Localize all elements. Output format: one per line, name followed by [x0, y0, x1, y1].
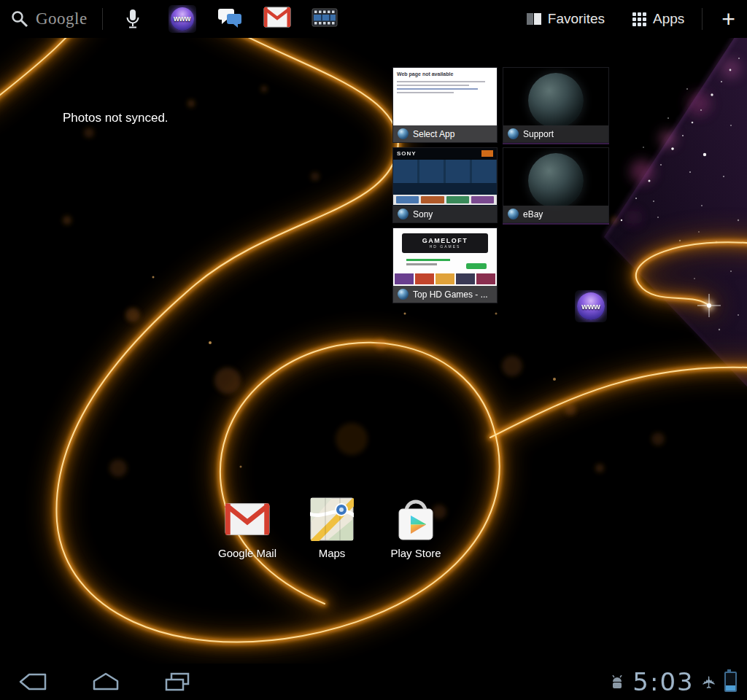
talk-icon	[216, 4, 244, 31]
favorites-label: Favorites	[548, 11, 605, 27]
home-button[interactable]	[90, 672, 121, 692]
bookmark-label-bar: Select App	[393, 125, 497, 142]
recent-apps-button[interactable]	[163, 672, 191, 692]
talk-shortcut[interactable]	[216, 4, 244, 34]
game-thumbnails	[393, 272, 497, 286]
google-search-button[interactable]: Google	[0, 9, 88, 28]
earth-thumbnail	[528, 73, 584, 128]
browser-desktop-shortcut[interactable]: www	[575, 290, 607, 322]
adb-debug-icon	[610, 675, 624, 689]
apps-button[interactable]: Apps	[632, 11, 684, 27]
button-shape	[466, 263, 487, 269]
play-store-icon	[394, 497, 438, 542]
gmail-icon	[263, 7, 291, 28]
shortcut-play-store[interactable]: Play Store	[381, 497, 451, 559]
recent-apps-icon	[163, 672, 191, 692]
banner-accent	[481, 150, 493, 157]
status-area[interactable]: 5:03 ✈	[610, 669, 747, 694]
battery-icon	[724, 672, 737, 692]
bookmark-label-bar: eBay	[503, 206, 608, 222]
shortcut-label: Google Mail	[218, 547, 276, 559]
globe-icon	[398, 209, 409, 219]
actionbar-right: Favorites Apps +	[527, 7, 747, 31]
text-line	[406, 259, 450, 261]
text-line	[406, 263, 437, 265]
text-line	[397, 92, 454, 93]
text-line	[397, 85, 469, 86]
voice-search-button[interactable]	[125, 8, 141, 30]
bookmark-sony[interactable]: SONY Sony	[392, 147, 498, 223]
shortcut-maps[interactable]: Maps	[297, 497, 367, 559]
search-icon	[10, 9, 29, 28]
content-band	[393, 160, 497, 183]
android-home-screen: Google www	[0, 0, 747, 700]
favorites-button[interactable]: Favorites	[527, 11, 605, 27]
earth-thumbnail	[528, 153, 584, 209]
bookmark-label-bar: Sony	[393, 206, 497, 222]
action-bar: Google www	[0, 0, 747, 38]
wallpaper	[0, 0, 747, 700]
bookmark-label: eBay	[523, 209, 543, 219]
shortcut-google-mail[interactable]: Google Mail	[212, 497, 282, 559]
bookmark-select-app[interactable]: Web page not available Select App	[392, 67, 498, 143]
microphone-icon	[125, 8, 141, 30]
actionbar-shortcuts: www	[169, 4, 338, 34]
back-icon	[18, 672, 48, 692]
apps-grid-icon	[632, 12, 646, 26]
movies-shortcut[interactable]	[311, 4, 338, 34]
navigation-buttons	[0, 672, 191, 692]
favorites-icon	[527, 13, 541, 25]
airplane-mode-icon: ✈	[701, 674, 718, 688]
gameloft-banner: GAMELOFT HD GAMES	[402, 233, 488, 253]
text-line	[397, 88, 478, 90]
google-logo: Google	[36, 9, 88, 28]
bookmark-ebay[interactable]: eBay	[503, 147, 609, 223]
bookmark-label-bar: Support	[503, 125, 608, 142]
back-button[interactable]	[18, 672, 48, 692]
photos-not-synced-text: Photos not synced.	[63, 111, 169, 125]
shortcut-label: Play Store	[390, 547, 441, 559]
divider	[702, 8, 703, 30]
photo-frame-widget[interactable]: Photos not synced.	[63, 111, 169, 125]
gameloft-subtitle: HD GAMES	[430, 245, 461, 249]
content-band	[393, 183, 497, 195]
bookmark-top-hd-games[interactable]: GAMELOFT HD GAMES Top HD Games - ...	[392, 228, 498, 303]
bookmark-label: Sony	[413, 209, 433, 219]
bookmarks-widget: Web page not available Select App Suppor…	[392, 67, 609, 303]
movies-icon	[311, 4, 338, 31]
shortcut-label: Maps	[319, 547, 346, 559]
error-page-title: Web page not available	[397, 71, 453, 77]
browser-shortcut[interactable]: www	[169, 5, 196, 33]
bookmark-label-bar: Top HD Games - ...	[393, 286, 497, 303]
bookmark-label: Top HD Games - ...	[413, 289, 488, 300]
bookmark-label: Support	[523, 129, 554, 139]
globe-icon	[398, 128, 409, 139]
clock: 5:03	[632, 669, 694, 694]
add-button[interactable]: +	[721, 7, 735, 31]
thumbnail-strip	[393, 195, 497, 205]
home-icon	[90, 672, 121, 692]
browser-icon-label: www	[169, 15, 196, 23]
divider	[102, 8, 103, 30]
text-line	[397, 81, 485, 82]
globe-icon	[398, 289, 409, 300]
gmail-shortcut[interactable]	[263, 7, 291, 31]
globe-icon	[508, 128, 519, 139]
bookmark-label: Select App	[413, 129, 454, 139]
browser-icon-label: www	[575, 302, 607, 311]
bookmark-support[interactable]: Support	[503, 67, 609, 143]
globe-icon	[508, 209, 519, 219]
apps-label: Apps	[653, 11, 684, 27]
system-bar: 5:03 ✈	[0, 664, 747, 700]
gmail-icon	[225, 502, 270, 536]
maps-icon	[310, 497, 354, 541]
